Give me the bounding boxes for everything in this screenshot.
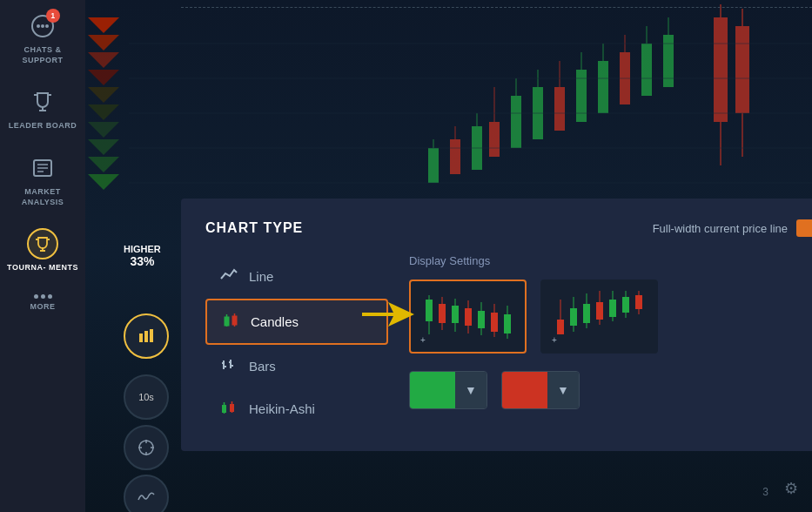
- svg-rect-11: [511, 96, 521, 148]
- svg-rect-64: [478, 311, 485, 328]
- chat-icon-wrapper: 1: [27, 10, 58, 42]
- svg-rect-23: [641, 44, 652, 96]
- price-line-color-box[interactable]: [796, 219, 812, 237]
- price-line-label: Full-width current price line: [653, 222, 788, 235]
- svg-rect-29: [735, 26, 749, 113]
- chart-type-list: Line Candles: [205, 254, 388, 430]
- svg-rect-31: [428, 148, 439, 183]
- svg-rect-75: [583, 304, 590, 323]
- chart-type-button[interactable]: [124, 313, 169, 359]
- svg-rect-81: [622, 297, 629, 313]
- svg-rect-77: [596, 302, 603, 320]
- chart-type-line[interactable]: Line: [205, 254, 388, 299]
- gear-icon[interactable]: ⚙: [784, 479, 798, 498]
- svg-text:+: +: [552, 335, 557, 345]
- svg-rect-87: [144, 331, 148, 342]
- svg-rect-19: [598, 61, 608, 113]
- svg-rect-15: [554, 87, 565, 131]
- price-line-option[interactable]: Full-width current price line: [653, 219, 812, 237]
- display-settings: Display Settings: [409, 254, 812, 430]
- news-icon: [27, 152, 58, 184]
- alt-candles-preview-svg: +: [547, 286, 652, 347]
- bars-label: Bars: [249, 359, 276, 374]
- svg-point-2: [41, 24, 44, 28]
- heikin-label: Heikin-Ashi: [249, 401, 315, 416]
- cursor-icon: [137, 438, 156, 457]
- time-label: 10s: [138, 392, 154, 402]
- sidebar-item-more[interactable]: MORE: [0, 284, 85, 321]
- percent-label: 33%: [124, 254, 161, 268]
- sidebar-item-tournaments[interactable]: TOURNA- MENTS: [0, 218, 85, 284]
- candle-chart-icon: [221, 313, 240, 331]
- heikin-icon: [219, 400, 238, 418]
- bar-chart-icon: [219, 357, 238, 375]
- sidebar-item-market[interactable]: MARKET ANALYSIS: [0, 142, 85, 218]
- svg-rect-62: [465, 308, 472, 326]
- svg-rect-25: [663, 35, 674, 87]
- svg-rect-88: [150, 329, 153, 342]
- svg-rect-68: [504, 314, 511, 333]
- trend-arrows: [85, 0, 122, 512]
- chart-btn-icon: [137, 327, 156, 346]
- candle-previews: +: [409, 280, 812, 354]
- svg-point-1: [37, 24, 40, 28]
- sidebar-item-leaderboard[interactable]: LEADER BOARD: [0, 76, 85, 142]
- svg-rect-73: [570, 308, 577, 326]
- background-chart: [129, 0, 812, 218]
- svg-rect-58: [439, 304, 446, 323]
- svg-rect-56: [426, 300, 433, 321]
- chart-type-title: CHART TYPE: [205, 220, 303, 236]
- svg-rect-17: [576, 70, 587, 122]
- sidebar: 1 CHATS & SUPPORT LEADER BOARD MARKET AN…: [0, 0, 85, 512]
- candle-preview-alternate[interactable]: +: [540, 280, 658, 354]
- up-color-swatch[interactable]: [410, 372, 455, 408]
- candles-label: Candles: [251, 314, 299, 329]
- svg-rect-79: [609, 300, 616, 317]
- chart-type-bars[interactable]: Bars: [205, 345, 388, 387]
- higher-label: HIGHER: [124, 244, 161, 254]
- tournament-icon: [27, 228, 58, 259]
- down-color-picker[interactable]: ▼: [501, 371, 580, 409]
- cursor-button[interactable]: [124, 425, 169, 470]
- panel-header: CHART TYPE Full-width current price line: [205, 219, 812, 237]
- svg-rect-9: [489, 122, 500, 157]
- line-chart-icon: [219, 266, 238, 286]
- panel-content: Line Candles: [205, 254, 812, 430]
- more-label: MORE: [30, 302, 56, 311]
- time-button[interactable]: 10s: [124, 374, 169, 420]
- notification-badge: 1: [46, 9, 60, 23]
- arrow-pointer-container: [362, 299, 414, 330]
- chart-type-panel: CHART TYPE Full-width current price line…: [181, 199, 812, 451]
- svg-rect-33: [450, 139, 460, 174]
- svg-rect-60: [452, 306, 459, 323]
- svg-text:+: +: [420, 335, 426, 345]
- higher-indicator: HIGHER 33%: [124, 244, 161, 268]
- leaderboard-label: LEADER BOARD: [9, 121, 77, 131]
- display-settings-title: Display Settings: [409, 254, 812, 267]
- svg-rect-86: [139, 333, 143, 342]
- chart-type-heikin[interactable]: Heikin-Ashi: [205, 387, 388, 430]
- yellow-arrow-icon: [362, 299, 414, 330]
- trophy-icon: [27, 86, 58, 118]
- wave-button[interactable]: [124, 475, 169, 512]
- down-color-dropdown-btn[interactable]: ▼: [547, 372, 579, 408]
- candle-preview-standard[interactable]: +: [409, 280, 527, 354]
- chart-background: HIGHER 33% CHART TYPE Full-width current…: [85, 0, 812, 512]
- svg-rect-71: [557, 320, 564, 334]
- up-color-dropdown-btn[interactable]: ▼: [455, 372, 487, 408]
- chats-label: CHATS & SUPPORT: [3, 45, 82, 65]
- svg-rect-83: [635, 295, 642, 309]
- tournaments-label: TOURNA- MENTS: [7, 263, 78, 273]
- chart-type-candles[interactable]: Candles: [205, 299, 388, 345]
- svg-point-3: [45, 24, 49, 28]
- market-label: MARKET ANALYSIS: [3, 187, 82, 207]
- up-color-picker[interactable]: ▼: [409, 371, 487, 409]
- page-number: 3: [762, 486, 768, 498]
- standard-candles-preview-svg: +: [416, 286, 520, 347]
- dashed-price-line: [181, 7, 812, 8]
- svg-rect-27: [714, 17, 728, 122]
- svg-marker-85: [362, 302, 414, 327]
- down-color-swatch[interactable]: [502, 372, 547, 408]
- main-area: HIGHER 33% CHART TYPE Full-width current…: [85, 0, 812, 512]
- sidebar-item-chats[interactable]: 1 CHATS & SUPPORT: [0, 0, 85, 76]
